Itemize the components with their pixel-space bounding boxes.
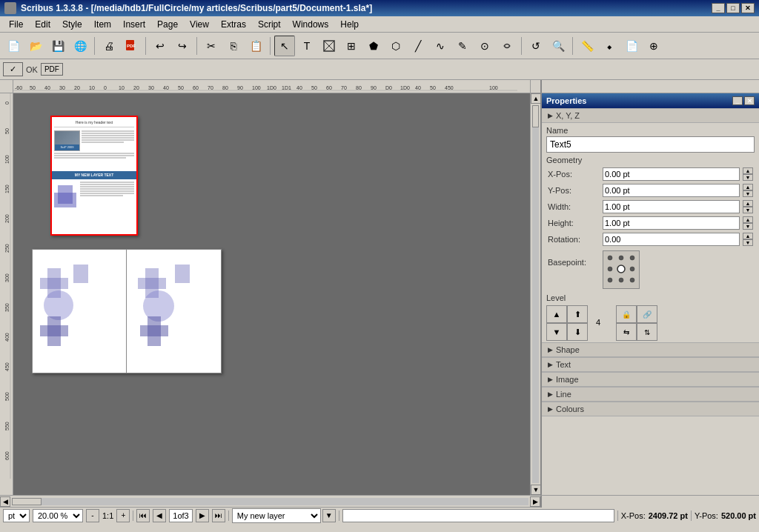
vscrollbar[interactable]: ▲ ▼ — [530, 93, 540, 495]
measurements-button[interactable]: 📏 — [577, 36, 597, 56]
copy-button[interactable]: ⎘ — [223, 36, 244, 56]
ypos-down-button[interactable]: ▼ — [743, 190, 753, 197]
page-3[interactable] — [127, 250, 221, 373]
properties-close-button[interactable]: ✕ — [744, 96, 755, 105]
level-lock-button[interactable]: 🔒 — [616, 305, 637, 323]
polygon-button[interactable]: ⬡ — [385, 36, 406, 56]
layer-dropdown-button[interactable]: ▼ — [322, 509, 336, 522]
undo-button[interactable]: ↩ — [150, 36, 170, 56]
image-section-header[interactable]: ▶ Image — [542, 372, 759, 387]
freehand-button[interactable]: ✎ — [452, 36, 473, 56]
open-button[interactable]: 📂 — [25, 36, 46, 56]
browser-button[interactable]: 🌐 — [70, 36, 90, 56]
rotation-input[interactable] — [603, 233, 740, 246]
hscrollbar[interactable]: ◀ ▶ — [0, 495, 759, 507]
line-section-header[interactable]: ▶ Line — [542, 387, 759, 402]
pages-2-3[interactable] — [32, 249, 222, 373]
xyz-section-header[interactable]: ▶ X, Y, Z — [542, 108, 759, 123]
menu-item[interactable]: Item — [88, 18, 117, 31]
menu-style[interactable]: Style — [56, 18, 88, 31]
scroll-up-button[interactable]: ▲ — [531, 93, 541, 104]
xpos-up-button[interactable]: ▲ — [743, 167, 753, 174]
level-flip-h-button[interactable]: ⇆ — [616, 323, 637, 341]
ypos-up-button[interactable]: ▲ — [743, 184, 753, 190]
next-page-button[interactable]: ▶ — [196, 509, 209, 522]
line-button[interactable]: ╱ — [408, 36, 428, 56]
text-frame-button[interactable]: T — [296, 36, 317, 56]
ypos-spinner[interactable]: ▲ ▼ — [743, 184, 753, 197]
menu-edit[interactable]: Edit — [29, 18, 56, 31]
rotation-spinner[interactable]: ▲ ▼ — [743, 233, 753, 246]
height-input[interactable] — [603, 216, 740, 230]
link-button[interactable] — [497, 36, 517, 56]
new-button[interactable]: 📄 — [3, 36, 24, 56]
menu-insert[interactable]: Insert — [117, 18, 151, 31]
save-button[interactable]: 💾 — [47, 36, 68, 56]
width-up-button[interactable]: ▲ — [743, 200, 753, 207]
table-button[interactable]: ⊞ — [341, 36, 362, 56]
menu-windows[interactable]: Windows — [287, 18, 335, 31]
print-button[interactable]: 🖨 — [99, 36, 119, 56]
level-bottom-left-button[interactable]: ▼ — [546, 323, 567, 341]
redo-button[interactable]: ↪ — [172, 36, 193, 56]
rotate-button[interactable]: ↺ — [526, 36, 546, 56]
menu-file[interactable]: File — [3, 18, 29, 31]
hscroll-thumb[interactable] — [12, 498, 42, 505]
eyedropper-button[interactable]: ⊙ — [474, 36, 495, 56]
prev-page-button[interactable]: ◀ — [153, 509, 166, 522]
zoom-in-button[interactable]: + — [116, 509, 130, 522]
canvas-area[interactable]: Here is my header text SciP 2009 — [13, 93, 530, 495]
maximize-button[interactable]: □ — [726, 3, 740, 13]
properties-minimize-button[interactable]: _ — [732, 96, 743, 105]
cut-button[interactable]: ✂ — [201, 36, 222, 56]
level-link-button[interactable]: 🔗 — [637, 305, 657, 323]
level-flip-v-button[interactable]: ⇅ — [637, 323, 657, 341]
rotation-down-button[interactable]: ▼ — [743, 239, 753, 246]
height-spinner[interactable]: ▲ ▼ — [743, 216, 753, 230]
rotation-up-button[interactable]: ▲ — [743, 233, 753, 239]
close-button[interactable]: ✕ — [741, 3, 755, 13]
basepoint-grid[interactable] — [603, 250, 640, 289]
zoom-button[interactable]: 🔍 — [548, 36, 569, 56]
level-bottom-right-button[interactable]: ⬇ — [567, 323, 588, 341]
page-2[interactable] — [33, 250, 127, 373]
pdf-push-button[interactable]: 📄 — [621, 36, 642, 56]
scroll-track[interactable] — [532, 105, 539, 483]
menu-view[interactable]: View — [184, 18, 215, 31]
unit-selector[interactable]: pt mm in — [3, 509, 30, 522]
bezier-button[interactable]: ∿ — [430, 36, 451, 56]
menu-help[interactable]: Help — [334, 18, 365, 31]
shape-section-header[interactable]: ▶ Shape — [542, 342, 759, 357]
window-controls[interactable]: _ □ ✕ — [712, 3, 755, 13]
extra-tool-button[interactable]: ⊕ — [643, 36, 664, 56]
first-page-button[interactable]: ⏮ — [136, 509, 150, 522]
paste-button[interactable]: 📋 — [245, 36, 266, 56]
menu-page[interactable]: Page — [151, 18, 184, 31]
xpos-down-button[interactable]: ▼ — [743, 174, 753, 181]
menu-script[interactable]: Script — [252, 18, 287, 31]
page-1[interactable]: Here is my header text SciP 2009 — [50, 116, 138, 236]
zoom-selector[interactable]: 20.00 % 50.00 % 100.00 % — [33, 509, 83, 522]
node-edit-button[interactable]: ⬥ — [599, 36, 620, 56]
properties-title-controls[interactable]: _ ✕ — [732, 96, 755, 105]
width-input[interactable] — [603, 200, 740, 213]
ypos-input[interactable] — [603, 184, 740, 197]
width-down-button[interactable]: ▼ — [743, 207, 753, 213]
width-spinner[interactable]: ▲ ▼ — [743, 200, 753, 213]
text-section-header[interactable]: ▶ Text — [542, 357, 759, 372]
last-page-button[interactable]: ⏭ — [212, 509, 225, 522]
layer-dropdown[interactable]: My new layer — [232, 508, 321, 523]
colours-section-header[interactable]: ▶ Colours — [542, 402, 759, 416]
level-top-right-button[interactable]: ⬆ — [567, 305, 588, 323]
ok-button[interactable]: ✓ — [3, 62, 23, 76]
select-tool-button[interactable]: ↖ — [274, 36, 295, 56]
height-down-button[interactable]: ▼ — [743, 223, 753, 230]
hscroll-right-button[interactable]: ▶ — [530, 496, 540, 507]
shape-button[interactable]: ⬟ — [363, 36, 384, 56]
image-frame-button[interactable] — [319, 36, 339, 56]
scroll-down-button[interactable]: ▼ — [531, 485, 541, 495]
minimize-button[interactable]: _ — [712, 3, 725, 13]
name-input[interactable] — [546, 136, 755, 153]
pdf-preview-icon[interactable]: PDF — [41, 63, 63, 76]
hscroll-left-button[interactable]: ◀ — [0, 496, 10, 507]
